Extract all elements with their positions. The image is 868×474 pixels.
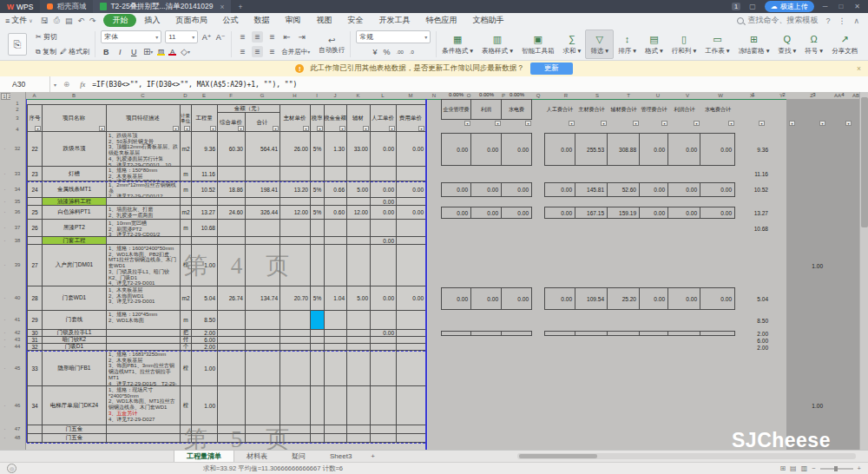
cell-f[interactable]	[218, 351, 246, 385]
filter-dropdown-icon[interactable]: ▾	[173, 126, 179, 131]
filter-dropdown-icon[interactable]: ▾	[525, 121, 531, 126]
row-header-number[interactable]: 35	[10, 199, 24, 204]
sheet-tab-材料表[interactable]: 材料表	[234, 451, 279, 462]
cell-f[interactable]: 26.74	[218, 286, 246, 310]
column-header-letter[interactable]: M	[409, 93, 413, 98]
header-cell-b[interactable]: 项目名称	[42, 104, 107, 132]
cell-a[interactable]: 33	[28, 351, 43, 385]
column-header-letter[interactable]: T	[627, 93, 630, 98]
cell-l[interactable]	[371, 344, 397, 350]
total-value-cell[interactable]	[700, 331, 735, 336]
column-header-letter[interactable]: R	[564, 93, 568, 98]
cell-i[interactable]: 5%	[311, 206, 325, 219]
cell-b[interactable]: 门吸D1	[43, 344, 107, 350]
cell-i[interactable]	[311, 245, 325, 286]
total-value-cell[interactable]: 25.20	[608, 287, 640, 310]
cell-h[interactable]	[280, 386, 311, 425]
cell-b[interactable]: 隐形暗门FB1	[43, 351, 107, 385]
cell-i[interactable]	[311, 198, 325, 205]
fill-color-button[interactable]: ▨	[157, 49, 165, 56]
column-header-letter[interactable]: G	[260, 93, 265, 98]
clear-format-icon[interactable]: ◇▾	[180, 46, 191, 57]
column-header-letter[interactable]: D	[183, 93, 187, 98]
cell-f[interactable]	[218, 386, 246, 425]
cell-e[interactable]: 11.16	[192, 167, 218, 181]
cell-f[interactable]: 24.60	[218, 206, 246, 219]
menu-tab-视图[interactable]: 视图	[308, 14, 339, 27]
fee-value-cell[interactable]: 0.00	[441, 287, 471, 310]
total-value-cell[interactable]: 167.15	[575, 207, 608, 219]
total-value-cell[interactable]: 0.00	[544, 207, 575, 219]
ribbon-button-行和列[interactable]: ▯行和列 ▾	[667, 30, 700, 59]
row-header-number[interactable]: 4	[10, 127, 24, 132]
ribbon-button-表格样式[interactable]: ▥表格样式 ▾	[477, 30, 517, 59]
fee-value-cell[interactable]	[471, 331, 502, 336]
row-header-number[interactable]: 38	[10, 238, 24, 243]
filter-dropdown-icon[interactable]: ▾	[184, 126, 190, 131]
quantity-mirror-value[interactable]: 13.27	[733, 206, 768, 220]
increase-indent-icon[interactable]: ⇥	[296, 31, 307, 43]
fee-header-水电费[interactable]: 水电费	[502, 99, 532, 120]
italic-button[interactable]: I	[115, 48, 125, 56]
cell-i[interactable]	[311, 220, 325, 236]
cell-i[interactable]	[311, 344, 325, 350]
fee-value-cell[interactable]: 0.00	[471, 287, 502, 310]
window-close-button[interactable]: ✕	[852, 3, 863, 10]
menu-tab-开发工具[interactable]: 开发工具	[371, 14, 418, 27]
cell-e[interactable]: 9.36	[192, 132, 218, 166]
row-header-number[interactable]: 48	[10, 435, 24, 440]
cell-l[interactable]	[371, 311, 397, 329]
cell-l[interactable]: 0.00	[371, 237, 397, 244]
cell-h[interactable]	[280, 167, 311, 181]
cell-h[interactable]	[280, 330, 311, 336]
total-value-cell[interactable]: 255.53	[575, 133, 608, 166]
cell-l[interactable]	[371, 220, 397, 236]
filter-dropdown-icon[interactable]: ▾	[789, 121, 795, 126]
cell-l[interactable]	[371, 337, 397, 343]
cell-c[interactable]: 1、规格：现场尺寸*2400*50mm2、WD1木饰面、MT1拉丝古铜钢边线条、…	[107, 386, 181, 425]
cell-b[interactable]: 暗门铰K2	[43, 337, 107, 343]
cell-e[interactable]: 2.00	[192, 344, 218, 350]
total-value-cell[interactable]: 0.00	[668, 207, 700, 219]
cell-i[interactable]	[311, 434, 325, 442]
cell-d[interactable]: m2	[181, 132, 192, 166]
cell-m[interactable]	[397, 237, 426, 244]
horizontal-scrollbar-thumb[interactable]	[519, 454, 597, 458]
cell-m[interactable]	[397, 351, 426, 385]
cell-f[interactable]	[218, 237, 246, 244]
cell-e[interactable]: 8.50	[192, 311, 218, 329]
cell-g[interactable]	[246, 344, 280, 350]
cell-a[interactable]	[28, 434, 43, 442]
cell-a[interactable]: 31	[28, 337, 43, 343]
column-header-letter[interactable]: U	[656, 93, 660, 98]
filter-dropdown-icon[interactable]: ▾	[661, 121, 667, 126]
quantity-mirror-value[interactable]: 9.36	[733, 132, 768, 167]
quantity-mirror-value[interactable]: 10.52	[733, 181, 768, 198]
add-sheet-button[interactable]: +	[364, 452, 382, 460]
cell-d[interactable]: m	[181, 167, 192, 181]
cell-c[interactable]: 1、墙面批灰、打磨2、乳胶漆一底两面	[107, 206, 181, 219]
cell-b[interactable]: 门套线	[43, 311, 107, 329]
cell-b[interactable]: 门锁及拉手L1	[43, 330, 107, 336]
cell-d[interactable]: m2	[181, 206, 192, 219]
cell-h[interactable]	[280, 351, 311, 385]
filter-dropdown-icon[interactable]: ▾	[238, 126, 244, 131]
page-layout-view-icon[interactable]: ▤	[790, 464, 797, 472]
horizontal-scrollbar[interactable]	[517, 453, 856, 459]
ribbon-button-格式[interactable]: ▤格式 ▾	[641, 30, 667, 59]
copy-button[interactable]: ⧉ 复制	[36, 47, 56, 56]
file-menu[interactable]: ≡ 文件 ∨	[0, 15, 38, 26]
cell-j[interactable]	[325, 167, 347, 181]
cell-j[interactable]	[325, 386, 347, 425]
cell-m[interactable]	[397, 220, 426, 236]
close-notice-icon[interactable]: ×	[857, 64, 861, 73]
cell-i[interactable]	[311, 351, 325, 385]
cell-f[interactable]	[218, 311, 246, 329]
cell-b[interactable]: 门套WD1	[43, 286, 107, 310]
formula-input[interactable]: =IF(B30<>"", IF(D30<>"", MAX(A$5:A29)+1,…	[92, 81, 297, 89]
row-header-number[interactable]: 43	[10, 337, 24, 342]
total-header-辅材费合计[interactable]: 辅材费合计	[611, 106, 637, 114]
column-header-letter[interactable]: A	[32, 93, 36, 98]
font-color-button[interactable]: A	[168, 49, 176, 56]
cell-m[interactable]	[397, 198, 426, 205]
